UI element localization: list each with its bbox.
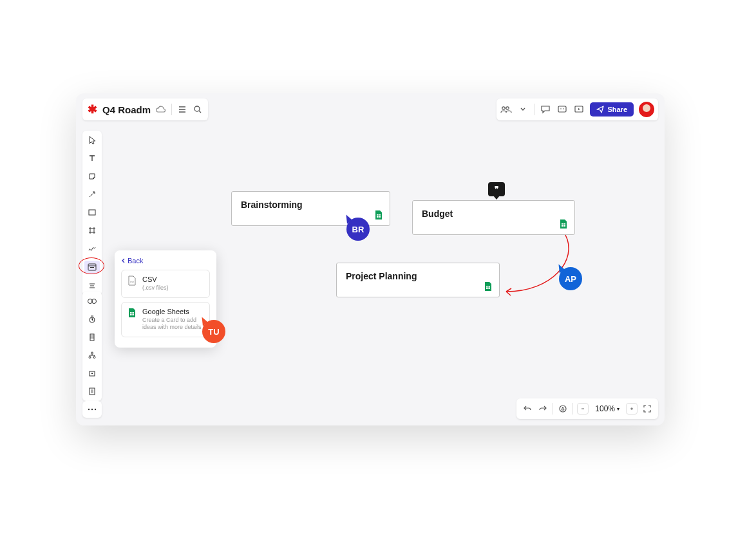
menu-icon[interactable] [177,104,187,115]
svg-line-1 [199,111,201,113]
app-logo: ✱ [88,102,97,117]
popover-item-subtitle: (.csv files) [142,285,169,292]
more-icon[interactable] [86,404,98,415]
card-title: Project Planning [346,271,490,281]
cloud-sync-icon[interactable] [156,104,166,115]
card-budget[interactable]: Budget [412,200,575,235]
comment-glyph: ❞ [495,185,498,194]
smart-shapes-icon[interactable] [86,295,98,307]
svg-point-17 [91,352,93,354]
sheets-icon [559,219,568,229]
frame-tool-icon[interactable] [86,225,98,236]
collaborator-cursor-br: BR [346,218,370,241]
popover-item-sheets[interactable]: Google Sheets Create a Card to add ideas… [121,302,210,337]
toolbar-secondary [82,292,102,401]
share-button[interactable]: Share [590,102,634,117]
org-chart-icon[interactable] [86,350,98,361]
svg-point-23 [91,409,93,410]
header-right: Share [496,98,658,120]
pointer-tool-icon[interactable] [86,135,98,146]
collaborator-cursor-tu: TU [202,320,225,343]
marker-icon[interactable] [557,403,569,415]
svg-point-2 [502,107,505,109]
search-icon[interactable] [193,104,203,115]
present-icon[interactable] [573,104,585,115]
popover-back-button[interactable]: Back [121,257,210,265]
export-icon[interactable] [86,368,98,379]
collaborator-cursor-ap: AP [559,267,582,290]
svg-point-22 [88,409,90,410]
sheets-icon [127,308,137,318]
text-tool-icon[interactable] [86,153,98,164]
fullscreen-icon[interactable] [641,403,653,415]
sticky-tool-icon[interactable] [86,171,98,182]
comment-icon[interactable] [540,104,551,115]
comment-marker[interactable]: ❞ [488,182,505,196]
svg-point-6 [563,108,565,109]
popover-item-csv[interactable]: csv CSV (.csv files) [121,270,210,298]
zoom-in-button[interactable] [626,403,638,415]
svg-line-8 [90,192,95,197]
header-left: ✱ Q4 Roadm [82,98,208,120]
table-icon[interactable] [86,331,98,343]
popover-item-subtitle: Create a Card to add ideas with more det… [142,317,204,331]
zoom-out-button[interactable] [577,403,589,415]
popover-item-title: CSV [142,275,169,283]
divider [553,403,553,415]
template-popover: Back csv CSV (.csv files) Google Sheets … [115,250,216,348]
csv-icon: csv [127,275,137,286]
sheets-icon [484,281,493,292]
collaborators-icon[interactable] [500,104,512,115]
cursor-initials: TU [208,327,219,337]
sheets-icon [374,210,383,220]
timer-icon[interactable] [86,313,98,325]
toolbar-main [82,131,102,295]
svg-text:csv: csv [130,280,134,283]
divider [534,104,534,115]
cursor-initials: AP [565,274,576,284]
freehand-tool-icon[interactable] [86,243,98,254]
cursor-initials: BR [352,225,364,234]
template-tool-icon[interactable] [84,261,100,274]
document-title[interactable]: Q4 Roadm [102,104,151,115]
svg-point-24 [95,409,96,410]
svg-rect-9 [89,210,95,215]
share-button-label: Share [607,106,627,113]
connector-tool-icon[interactable] [86,189,98,200]
popover-back-label: Back [128,257,143,265]
svg-point-3 [506,107,509,109]
rectangle-tool-icon[interactable] [86,207,98,218]
card-title: Brainstorming [241,200,381,210]
divider [171,104,172,115]
toolbar-more [82,401,102,418]
svg-point-0 [194,106,200,111]
user-avatar[interactable] [639,102,654,117]
svg-point-19 [93,357,95,359]
svg-rect-16 [90,334,94,341]
app-window: ✱ Q4 Roadm Share [76,93,665,425]
align-tool-icon[interactable] [86,280,98,292]
card-title: Budget [422,209,565,219]
card-project-planning[interactable]: Project Planning [336,263,500,297]
zoom-level[interactable]: 100%▾ [592,404,622,413]
zoom-bar: 100%▾ [516,398,658,419]
popover-item-title: Google Sheets [142,308,204,315]
undo-icon[interactable] [522,403,533,415]
svg-point-5 [561,108,562,109]
redo-icon[interactable] [537,403,549,415]
agenda-icon[interactable] [86,386,98,397]
svg-rect-4 [558,106,566,112]
svg-point-18 [89,357,91,359]
chevron-down-icon[interactable] [517,104,529,115]
divider [572,403,573,415]
reactions-icon[interactable] [556,104,568,115]
